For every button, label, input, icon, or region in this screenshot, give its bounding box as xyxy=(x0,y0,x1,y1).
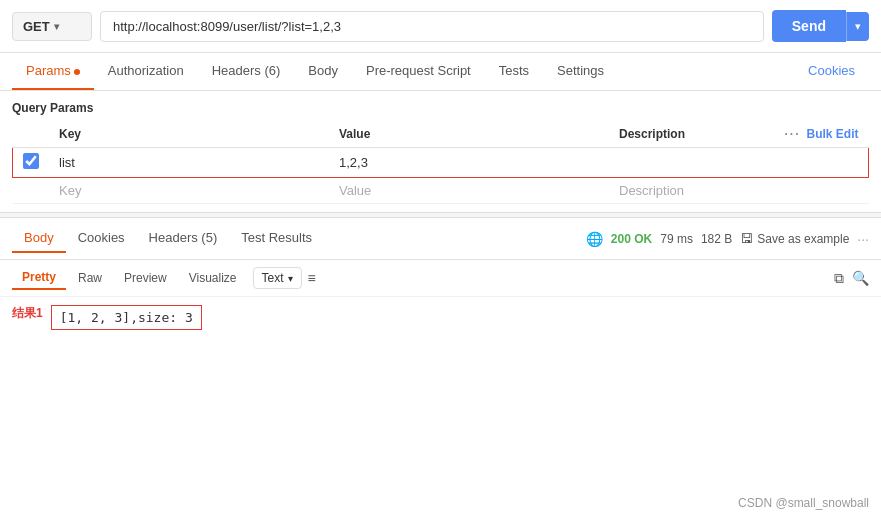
tab-tests[interactable]: Tests xyxy=(485,53,543,90)
view-visualize-button[interactable]: Visualize xyxy=(179,267,247,289)
send-button[interactable]: Send xyxy=(772,10,846,42)
tab-headers[interactable]: Headers (6) xyxy=(198,53,295,90)
tab-prerequest[interactable]: Pre-request Script xyxy=(352,53,485,90)
params-table: Key Value Description ··· Bulk Edit list… xyxy=(12,121,869,204)
send-btn-group: Send ▾ xyxy=(772,10,869,42)
format-label: Text xyxy=(262,271,284,285)
tab-settings[interactable]: Settings xyxy=(543,53,618,90)
bulk-edit-button[interactable]: Bulk Edit xyxy=(806,127,858,141)
result-tab-test-results[interactable]: Test Results xyxy=(229,224,324,253)
result-tab-body[interactable]: Body xyxy=(12,224,66,253)
save-example-button[interactable]: 🖫 Save as example xyxy=(740,231,849,246)
response-content: [1, 2, 3],size: 3 xyxy=(51,305,202,330)
status-code: 200 OK xyxy=(611,232,652,246)
view-preview-button[interactable]: Preview xyxy=(114,267,177,289)
tab-cookies[interactable]: Cookies xyxy=(794,53,869,90)
empty-value-cell[interactable]: Value xyxy=(329,178,609,204)
status-info: 🌐 200 OK 79 ms 182 B 🖫 Save as example ·… xyxy=(586,231,869,247)
method-chevron-icon: ▾ xyxy=(54,21,59,32)
save-icon: 🖫 xyxy=(740,231,753,246)
row-desc-cell[interactable] xyxy=(609,148,869,178)
value-col-header: Value xyxy=(329,121,609,148)
value-placeholder: Value xyxy=(339,183,371,198)
bottom-nav: Body Cookies Headers (5) Test Results 🌐 … xyxy=(0,218,881,260)
result-tab-headers[interactable]: Headers (5) xyxy=(137,224,230,253)
view-pretty-button[interactable]: Pretty xyxy=(12,266,66,290)
query-params-section: Query Params Key Value Description ··· B… xyxy=(0,91,881,204)
method-label: GET xyxy=(23,19,50,34)
key-col-header: Key xyxy=(49,121,329,148)
desc-col-header: Description ··· Bulk Edit xyxy=(609,121,869,148)
empty-checkbox-cell xyxy=(13,178,50,204)
status-size: 182 B xyxy=(701,232,732,246)
result-tab-cookies[interactable]: Cookies xyxy=(66,224,137,253)
view-bar: Pretty Raw Preview Visualize Text ▾ ≡ ⧉ … xyxy=(0,260,881,297)
copy-icon[interactable]: ⧉ xyxy=(834,270,844,287)
tab-authorization[interactable]: Authorization xyxy=(94,53,198,90)
bottom-section: Body Cookies Headers (5) Test Results 🌐 … xyxy=(0,218,881,338)
search-icon[interactable]: 🔍 xyxy=(852,270,869,286)
table-row: list 1,2,3 xyxy=(13,148,869,178)
globe-icon: 🌐 xyxy=(586,231,603,247)
more-result-options[interactable]: ··· xyxy=(857,231,869,247)
format-select[interactable]: Text ▾ xyxy=(253,267,302,289)
empty-desc-cell[interactable]: Description xyxy=(609,178,869,204)
section-title: Query Params xyxy=(12,101,869,115)
watermark: CSDN @small_snowball xyxy=(738,496,869,510)
row-checkbox-cell xyxy=(13,148,50,178)
format-chevron-icon: ▾ xyxy=(288,273,293,284)
check-col-header xyxy=(13,121,50,148)
empty-row: Key Value Description xyxy=(13,178,869,204)
response-label: 结果1 xyxy=(12,305,43,322)
method-select[interactable]: GET ▾ xyxy=(12,12,92,41)
row-checkbox[interactable] xyxy=(23,153,39,169)
view-raw-button[interactable]: Raw xyxy=(68,267,112,289)
params-dot xyxy=(74,69,80,75)
row-value-cell[interactable]: 1,2,3 xyxy=(329,148,609,178)
row-key-cell[interactable]: list xyxy=(49,148,329,178)
response-body: 结果1 [1, 2, 3],size: 3 xyxy=(0,297,881,338)
key-placeholder: Key xyxy=(59,183,81,198)
desc-placeholder: Description xyxy=(619,183,684,198)
nav-tabs: Params Authorization Headers (6) Body Pr… xyxy=(0,53,881,91)
status-time: 79 ms xyxy=(660,232,693,246)
url-input[interactable] xyxy=(100,11,764,42)
filter-icon[interactable]: ≡ xyxy=(308,270,316,286)
more-options-icon[interactable]: ··· xyxy=(784,127,800,141)
tab-params[interactable]: Params xyxy=(12,53,94,90)
empty-key-cell[interactable]: Key xyxy=(49,178,329,204)
send-dropdown-button[interactable]: ▾ xyxy=(846,12,869,41)
tab-body[interactable]: Body xyxy=(294,53,352,90)
top-bar: GET ▾ Send ▾ xyxy=(0,0,881,53)
